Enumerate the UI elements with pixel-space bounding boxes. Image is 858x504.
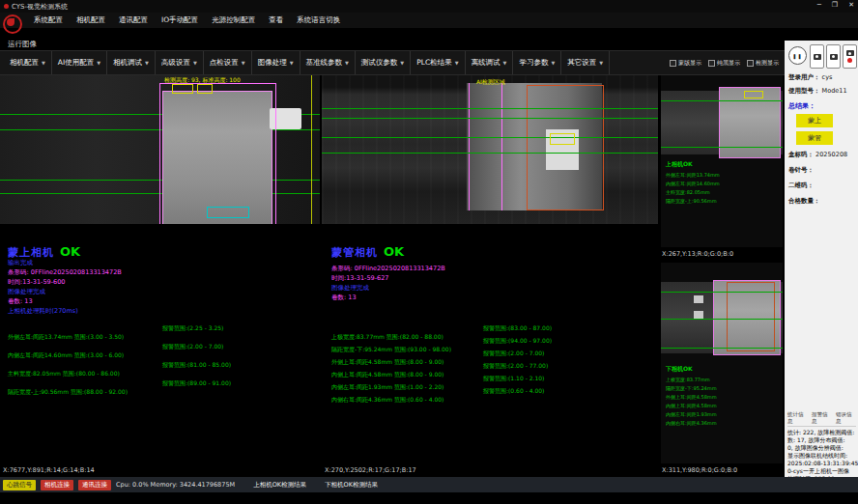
- yellow-guide-line: [311, 75, 312, 224]
- menu-item-comm-config[interactable]: 通讯配置: [112, 15, 155, 25]
- measurement-text: 主料宽度:82.05mm: [666, 189, 710, 195]
- stats-line: 数: 17, 故障分布阀值:: [787, 436, 856, 444]
- toolbar-label: PLC检结果: [416, 58, 451, 68]
- toolbar-button-advanced[interactable]: 高级设置 ▼: [156, 51, 204, 74]
- process-status: 图像处理完成: [8, 288, 45, 296]
- app-logo: [3, 14, 22, 34]
- toolbar-button-camera-debug[interactable]: 相机调试 ▼: [107, 51, 156, 74]
- measurement-text: 内侧上耳:间距4.58mm: [666, 403, 717, 408]
- camera-top-button[interactable]: [810, 44, 824, 69]
- stats-tabs: 统计信息 报警信息 错误信息: [787, 411, 856, 427]
- overlay-note: 检测高度: 93, 标准高度: 100: [164, 76, 241, 85]
- chevron-down-icon: ▼: [290, 60, 294, 66]
- menu-bar: 系统配置 相机配置 通讯配置 IO手动配置 光源控制配置 查看 系统语言切换: [0, 13, 858, 28]
- title-bar: CYS-视觉检测系统 ─ ❐ ✕: [0, 0, 858, 13]
- minimize-icon[interactable]: ─: [817, 1, 821, 9]
- heartbeat-status-badge: 心跳信号: [3, 480, 36, 490]
- measurement-text: 内侧左耳:间距14.60mm: [666, 181, 720, 186]
- camera-image-left[interactable]: 检测高度: 93, 标准高度: 100: [0, 75, 320, 224]
- pause-button[interactable]: ❚❚: [788, 46, 807, 65]
- toolbar-button-test-params[interactable]: 测试仪参数 ▼: [356, 51, 411, 74]
- toolbar-button-ai-config[interactable]: AI使用配置 ▼: [52, 51, 107, 74]
- roi-box-cyan: [207, 207, 249, 218]
- alarm-range-text: 报警范围:(2.00 - 7.00): [483, 350, 544, 358]
- login-user-row: 登录用户： cys: [788, 73, 832, 82]
- camera-view-left[interactable]: 检测高度: 93, 标准高度: 100 蒙上相机OK 输出完成 条形码: 0FF…: [0, 75, 320, 465]
- camera-result-title: 蒙管相机OK: [331, 241, 404, 260]
- camera-icon: [830, 54, 838, 60]
- green-guide-line: [661, 292, 783, 293]
- measurement-text: 隔距宽度-上:90.56mm: [666, 198, 717, 204]
- menu-item-language[interactable]: 系统语言切换: [290, 15, 347, 25]
- stats-tab[interactable]: 报警信息: [812, 411, 832, 425]
- small-image-bottom[interactable]: 下相机OK 上极宽度:83.77mm 隔距宽度-下:95.24mm 外侧上耳:间…: [661, 263, 783, 463]
- result-box-bottom: 蒙管: [796, 131, 833, 145]
- camera-bottom-button[interactable]: [826, 44, 841, 69]
- toolbar-label: 学习参数: [519, 58, 548, 68]
- model-value: Mode11: [822, 87, 847, 95]
- small-view-top[interactable]: 上相机OK 外侧左耳:间距13.74mm 内侧左耳:间距14.60mm 主料宽度…: [660, 75, 784, 247]
- camera-result-title: 蒙上相机OK: [8, 241, 80, 260]
- toolbar-button-other-settings[interactable]: 其它设置 ▼: [561, 51, 610, 74]
- menu-item-light-control[interactable]: 光源控制配置: [205, 15, 262, 25]
- menu-item-system-config[interactable]: 系统配置: [27, 15, 70, 25]
- alarm-range-text: 报警范围:(83.00 - 87.00): [483, 324, 552, 333]
- roi-box-orange: [527, 85, 604, 210]
- measurement-text: 内侧右耳:间距4.36mm: [666, 420, 717, 426]
- stats-line: 2025:02:08-13:31:39:45: [787, 460, 856, 467]
- app-window: CYS-视觉检测系统 ─ ❐ ✕ 系统配置 相机配置 通讯配置 IO手动配置 光…: [0, 0, 858, 504]
- maximize-icon[interactable]: ❐: [832, 1, 838, 9]
- status-bar: 心跳信号 相机连接 通讯连接 Cpu: 0.0% Memory: 3424.41…: [0, 477, 858, 492]
- stats-tab[interactable]: 统计信息: [787, 411, 808, 425]
- app-icon: [4, 4, 9, 9]
- toolbar-button-image-process[interactable]: 图像处理 ▼: [252, 51, 300, 74]
- field-label: 二维码：: [788, 182, 814, 189]
- bright-part: [694, 311, 703, 319]
- camera-icon: [846, 50, 854, 56]
- measurement-text: 内侧右耳:间距4.36mm 范围:(0.60 - 4.00): [331, 396, 443, 403]
- camera-view-right[interactable]: AI检测区域 蒙管相机OK 条形码: 0FFline20250208133134…: [322, 75, 658, 465]
- checkbox-label: 蒙版显示: [678, 59, 701, 68]
- cpu-memory-text: Cpu: 0.0% Memory: 3424.41796875M: [116, 481, 235, 489]
- result-ok-badge: OK: [384, 244, 404, 259]
- chevron-down-icon: ▼: [145, 60, 149, 66]
- field-value: 20250208: [815, 151, 847, 158]
- result-box-top: 蒙上: [796, 114, 833, 127]
- stats-tab[interactable]: 错误信息: [836, 411, 856, 425]
- login-user-value: cys: [822, 73, 833, 81]
- measurement-text: 内侧左耳:间距1.93mm: [666, 411, 717, 417]
- output-status: 输出完成: [8, 259, 33, 267]
- alarm-range-text: 报警范围:(2.25 - 3.25): [162, 324, 223, 333]
- menu-item-view[interactable]: 查看: [262, 15, 290, 25]
- camera-name: 蒙上相机: [8, 246, 54, 259]
- checkbox-black-display[interactable]: 纯黑显示: [708, 59, 740, 68]
- small-image-top[interactable]: 上相机OK 外侧左耳:间距13.74mm 内侧左耳:间距14.60mm 主料宽度…: [661, 75, 783, 247]
- toolbar-button-learn-params[interactable]: 学习参数 ▼: [513, 51, 561, 74]
- chevron-down-icon: ▼: [551, 60, 555, 66]
- menu-item-camera-config[interactable]: 相机配置: [70, 15, 112, 25]
- toolbar-button-baseline-params[interactable]: 基准线参数 ▼: [300, 51, 356, 74]
- roi-box-magenta: [159, 83, 276, 224]
- close-icon[interactable]: ✕: [848, 1, 854, 9]
- toolbar-button-camera-config[interactable]: 相机配置 ▼: [4, 51, 52, 74]
- camera-image-right[interactable]: AI检测区域: [322, 75, 658, 224]
- pixel-coordinates-small-bottom: X:311,Y:980;R:0;G:0;B:0: [662, 466, 737, 474]
- menu-item-io-manual[interactable]: IO手动配置: [155, 15, 205, 25]
- pixel-coordinates-right: X:270,Y:2502;R:17;G:17;B:17: [325, 466, 416, 474]
- small-view-bottom[interactable]: 下相机OK 上极宽度:83.77mm 隔距宽度-下:95.24mm 外侧上耳:间…: [660, 263, 784, 463]
- measurement-text: 外侧左耳:间距13.74mm 范围:(3.00 - 3.50): [8, 333, 124, 340]
- alarm-range-text: 报警范围:(1.10 - 2.10): [483, 375, 544, 383]
- alarm-range-text: 报警范围:(0.60 - 4.00): [483, 387, 544, 396]
- checkbox-mask-display[interactable]: 蒙版显示: [670, 59, 701, 68]
- toolbar-button-spot-check[interactable]: 点检设置 ▼: [204, 51, 252, 74]
- roi-box-yellow: [197, 84, 213, 94]
- green-guide-line: [322, 153, 658, 154]
- model-row: 使用型号： Mode11: [788, 87, 847, 96]
- green-guide-line: [322, 108, 658, 109]
- result-ok-text: 下相机OK: [666, 365, 693, 374]
- record-button[interactable]: [843, 44, 857, 69]
- process-status: 图像处理完成: [331, 284, 369, 293]
- toolbar-button-offline-debug[interactable]: 离线调试 ▼: [466, 51, 514, 74]
- checkbox-detect-display[interactable]: 检测显示: [747, 59, 779, 68]
- toolbar-button-plc-result[interactable]: PLC检结果 ▼: [411, 51, 465, 74]
